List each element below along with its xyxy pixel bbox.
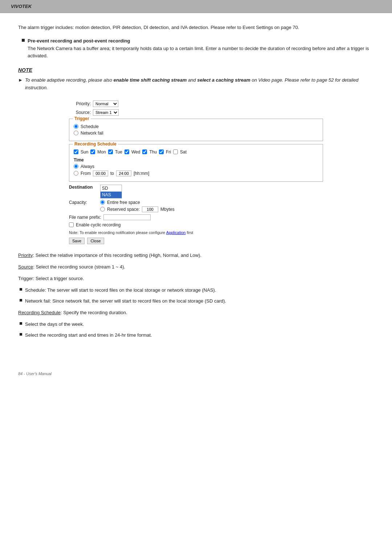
entire-free-space-label: Entire free space: [107, 200, 140, 205]
source-desc-para: Source: Select the recording source (str…: [18, 263, 374, 271]
settings-panel: Priority: Normal High Low Source: Stream…: [69, 100, 323, 244]
capacity-label: Capacity:: [69, 200, 98, 205]
cyclic-row: Enable cyclic recording: [69, 222, 323, 227]
footer: 84 - User's Manual: [0, 368, 392, 379]
thu-label: Thu: [149, 149, 157, 155]
source-label: Source:: [69, 110, 91, 115]
schedule-bullet-text: Schedule: The server will start to recor…: [25, 286, 216, 294]
dest-dropdown-list: SD NAS: [100, 185, 122, 198]
entire-free-space-opt: Entire free space: [100, 200, 175, 205]
bullet1-text: The Network Camera has a buffer area; it…: [28, 46, 369, 59]
schedule-bullet-icon: [20, 288, 22, 291]
entire-free-space-radio[interactable]: [100, 200, 105, 205]
from-time-input[interactable]: [93, 171, 108, 176]
wed-label: Wed: [131, 149, 140, 155]
dest-option-sd[interactable]: SD: [101, 185, 122, 192]
footer-text: 84 - User's Manual: [18, 372, 52, 376]
always-option: Always: [74, 164, 318, 169]
dest-label: Destination: [69, 185, 98, 190]
cyclic-label: Enable cyclic recording: [76, 222, 121, 227]
filename-row: File name prefix:: [69, 214, 323, 220]
wed-checkbox[interactable]: [124, 149, 129, 154]
capacity-options: Entire free space Reserved space: Mbytes: [100, 200, 175, 212]
source-select[interactable]: Stream 1 Stream 2 Stream 3 Stream 4: [93, 109, 119, 116]
network-fail-bullet-para: Network fail: Since network fail, the se…: [18, 297, 374, 305]
destination-section: Destination NAS SD SD NAS Capacity:: [69, 185, 323, 244]
dest-option-nas[interactable]: NAS: [101, 192, 122, 198]
note-config-row: Note: To enable recording notification p…: [69, 230, 323, 235]
priority-desc-para: Priority: Select the relative importance…: [18, 251, 374, 259]
note-text-mid: and: [187, 77, 197, 83]
trigger-networkfail-row: Network fail: [74, 131, 318, 136]
tue-checkbox[interactable]: [108, 149, 113, 154]
schedule-bullet-para: Schedule: The server will start to recor…: [18, 286, 374, 294]
note-title: NOTE: [18, 67, 374, 73]
mon-label: Mon: [97, 149, 106, 155]
note-arrow-icon: ►: [18, 77, 23, 84]
select-times-bullet-icon: [20, 333, 22, 336]
dest-row: Destination NAS SD SD NAS: [69, 185, 323, 198]
trigger-fieldset: Trigger Schedule Network fail: [69, 119, 323, 141]
recording-schedule-desc-text: : Specify the recording duration.: [61, 310, 127, 315]
hhmm-label: [hh:mm]: [134, 171, 149, 176]
bullet1-label: Pre-event recording and post-event recor…: [28, 38, 130, 44]
recording-schedule-fieldset: Recording Schedule Sun Mon Tue Wed Thu F…: [69, 144, 323, 182]
reserved-space-input[interactable]: [142, 206, 158, 212]
time-section: Time Always From to [hh:mm]: [74, 157, 318, 176]
filename-prefix-input[interactable]: [103, 214, 151, 220]
trigger-desc-text: Trigger: Select a trigger source.: [18, 276, 84, 281]
sun-label: Sun: [81, 149, 88, 155]
action-buttons: Save Close: [69, 238, 323, 244]
dest-dropdown-wrap: NAS SD SD NAS: [100, 185, 122, 198]
close-button[interactable]: Close: [87, 238, 104, 244]
header: VIVOTEK: [0, 0, 392, 13]
always-label: Always: [81, 164, 94, 169]
trigger-schedule-label: Schedule: [81, 124, 99, 129]
note-bold2: select a caching stream: [197, 77, 250, 83]
intro-paragraph1: The alarm trigger includes: motion detec…: [18, 24, 374, 32]
fri-checkbox[interactable]: [159, 149, 164, 154]
bullet-square-1: [22, 39, 25, 42]
reserved-space-radio[interactable]: [100, 207, 105, 212]
priority-row: Priority: Normal High Low: [69, 100, 323, 107]
recording-schedule-legend: Recording Schedule: [73, 141, 118, 147]
priority-desc-text: : Select the relative importance of this…: [33, 253, 201, 258]
note-config-end: first: [185, 230, 193, 235]
select-times-text: Select the recording start and end times…: [25, 331, 152, 339]
trigger-schedule-radio[interactable]: [74, 124, 78, 129]
priority-desc-label: Priority: [18, 253, 33, 258]
trigger-desc-para: Trigger: Select a trigger source.: [18, 275, 374, 283]
source-row: Source: Stream 1 Stream 2 Stream 3 Strea…: [69, 109, 323, 116]
brand-title: VIVOTEK: [11, 4, 32, 9]
to-label: to: [110, 171, 114, 176]
trigger-networkfail-label: Network fail: [81, 131, 103, 136]
mon-checkbox[interactable]: [90, 149, 95, 154]
priority-select[interactable]: Normal High Low: [93, 100, 118, 107]
sat-checkbox[interactable]: [173, 149, 178, 154]
priority-label: Priority:: [69, 101, 91, 106]
select-times-bullet: Select the recording start and end times…: [18, 331, 374, 339]
mbytes-label: Mbytes: [160, 207, 175, 212]
note-bold1: enable time shift caching stream: [114, 77, 187, 83]
source-desc-text: : Select the recording source (stream 1 …: [33, 264, 125, 270]
recording-schedule-desc-label: Recording Schedule: [18, 310, 61, 315]
trigger-legend: Trigger: [73, 116, 91, 121]
network-fail-bullet-text: Network fail: Since network fail, the se…: [25, 297, 226, 305]
capacity-row: Capacity: Entire free space Reserved spa…: [69, 200, 323, 212]
always-radio[interactable]: [74, 164, 78, 169]
from-radio[interactable]: [74, 171, 78, 176]
fri-label: Fri: [166, 149, 171, 155]
thu-checkbox[interactable]: [142, 149, 147, 154]
cyclic-checkbox[interactable]: [69, 222, 74, 227]
sun-checkbox[interactable]: [74, 149, 78, 154]
select-days-bullet-icon: [20, 322, 22, 325]
save-button[interactable]: Save: [69, 238, 85, 244]
application-link[interactable]: Application: [166, 230, 186, 235]
trigger-schedule-row: Schedule: [74, 124, 318, 129]
days-row: Sun Mon Tue Wed Thu Fri Sat: [74, 149, 318, 155]
to-time-input[interactable]: [116, 171, 131, 176]
reserved-space-label: Reserved space:: [107, 207, 140, 212]
trigger-networkfail-radio[interactable]: [74, 131, 78, 135]
time-label: Time: [74, 157, 318, 163]
reserved-space-opt: Reserved space: Mbytes: [100, 206, 175, 212]
